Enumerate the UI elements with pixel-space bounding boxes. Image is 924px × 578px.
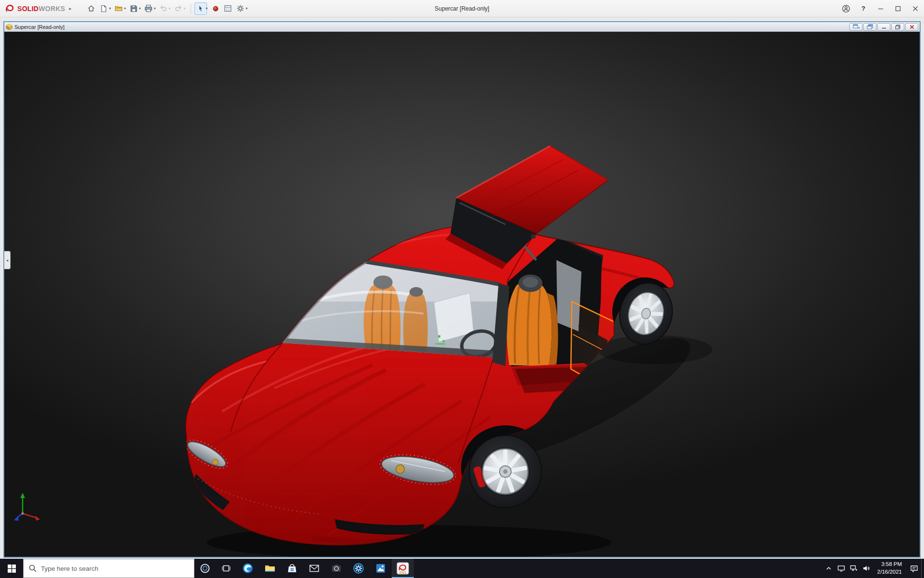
- document-title: Supercar [Read-only]: [14, 24, 64, 30]
- record-macro-button[interactable]: [209, 2, 222, 15]
- options-dropdown[interactable]: ▾: [246, 6, 248, 11]
- search-input[interactable]: [41, 565, 194, 572]
- account-icon: [842, 4, 850, 13]
- cortana-button[interactable]: [194, 559, 216, 578]
- drawing-sheet-button[interactable]: [222, 2, 234, 15]
- redo-icon: [174, 4, 182, 13]
- volume-icon: [862, 565, 870, 572]
- document-minimize-button[interactable]: [877, 23, 890, 31]
- start-button[interactable]: [0, 559, 23, 578]
- save-icon: [130, 5, 138, 13]
- open-dropdown[interactable]: ▾: [124, 6, 126, 11]
- taskbar-app-store[interactable]: [281, 559, 303, 578]
- close-button[interactable]: [907, 0, 924, 17]
- document-restore-button[interactable]: [891, 23, 904, 31]
- minimize-icon: [878, 6, 884, 12]
- document-titlebar[interactable]: Supercar [Read-only]: [4, 22, 920, 32]
- taskbar-app-solidworks[interactable]: 2021: [392, 559, 414, 578]
- select-tool-button[interactable]: [194, 2, 207, 15]
- sheet-icon: [224, 4, 232, 13]
- screen: SOLIDWORKS ▸ ▾ ▾ ▾ ▾ ▾ ▾: [0, 0, 924, 578]
- document-window-buttons: [848, 23, 918, 31]
- taskbar-app-file-explorer[interactable]: [259, 559, 281, 578]
- open-folder-icon: [115, 4, 123, 13]
- document-window: Supercar [Read-only]: [3, 21, 921, 558]
- solidworks-app-icon: 2021: [397, 562, 409, 575]
- taskbar-app-photos[interactable]: [370, 559, 392, 578]
- minimize-button[interactable]: [872, 0, 889, 17]
- undo-button[interactable]: [157, 2, 170, 15]
- graphics-viewport[interactable]: *Dimetric ◂: [4, 32, 920, 557]
- save-button[interactable]: [128, 2, 140, 15]
- print-dropdown[interactable]: ▾: [154, 6, 156, 11]
- brand-works: WORKS: [38, 5, 65, 13]
- task-view-button[interactable]: [216, 559, 237, 578]
- tray-monitor-button[interactable]: [835, 559, 847, 578]
- document-close-button[interactable]: [905, 23, 918, 31]
- record-sphere-icon: [212, 5, 219, 12]
- redo-dropdown[interactable]: ▾: [184, 6, 186, 11]
- tray-network-button[interactable]: [847, 559, 860, 578]
- task-view-icon: [221, 564, 231, 573]
- help-button[interactable]: ?: [855, 0, 872, 17]
- minimize-icon: [882, 25, 886, 29]
- monitor-icon: [837, 565, 845, 572]
- toolbar-separator: [191, 3, 191, 14]
- taskbar: 2021 3:58 PM 2/16/2021: [0, 559, 924, 578]
- edge-icon: [242, 563, 254, 574]
- action-center-button[interactable]: [907, 559, 921, 578]
- taskbar-app-settings[interactable]: [347, 559, 370, 578]
- gear-icon: [236, 4, 244, 13]
- maximize-button[interactable]: [889, 0, 907, 17]
- tile-window-icon: [853, 24, 860, 29]
- options-button[interactable]: [234, 2, 247, 15]
- tray-volume-button[interactable]: [860, 559, 873, 578]
- print-button[interactable]: [142, 2, 155, 15]
- new-document-button[interactable]: [97, 2, 110, 15]
- orientation-triad[interactable]: [12, 488, 46, 522]
- taskbar-search[interactable]: [23, 559, 194, 578]
- assembly-document-icon: [6, 24, 13, 30]
- clock-date: 2/16/2021: [877, 568, 902, 576]
- search-icon: [29, 565, 37, 572]
- cortana-icon: [200, 563, 210, 574]
- taskbar-app-mail[interactable]: [303, 559, 325, 578]
- new-document-dropdown[interactable]: ▾: [109, 6, 111, 11]
- new-document-icon: [100, 5, 107, 13]
- app-window-controls: ?: [837, 0, 924, 17]
- supercar-3d-model[interactable]: [4, 32, 920, 557]
- close-icon: [912, 6, 918, 12]
- cascade-window-icon: [867, 24, 873, 29]
- brand-solid: SOLID: [17, 5, 38, 13]
- close-icon: [910, 25, 914, 29]
- ds-logo-icon: [5, 3, 15, 14]
- network-icon: [850, 565, 858, 572]
- taskbar-clock[interactable]: 3:58 PM 2/16/2021: [873, 559, 907, 578]
- open-button[interactable]: [113, 2, 125, 15]
- brand-expand-icon[interactable]: ▸: [69, 6, 71, 11]
- settings-app-icon: [353, 563, 364, 574]
- print-icon: [144, 4, 153, 13]
- show-desktop-button[interactable]: [921, 559, 924, 578]
- home-button[interactable]: [85, 2, 97, 15]
- windows-logo-icon: [8, 565, 16, 573]
- redo-button[interactable]: [172, 2, 185, 15]
- select-dropdown[interactable]: ▾: [206, 6, 208, 11]
- taskbar-app-camera[interactable]: [325, 559, 347, 578]
- camera-icon: [331, 563, 342, 574]
- action-center-icon: [910, 565, 918, 573]
- undo-dropdown[interactable]: ▾: [169, 6, 171, 11]
- hidden-icons-chevron[interactable]: [822, 559, 835, 578]
- clock-time: 3:58 PM: [881, 561, 902, 568]
- solidworks-version-badge: 2021: [399, 571, 407, 574]
- mail-icon: [308, 563, 320, 574]
- tile-window-button-1[interactable]: [849, 23, 862, 31]
- chevron-up-icon: [826, 565, 832, 571]
- solidworks-logo: SOLIDWORKS ▸: [0, 3, 74, 14]
- taskbar-app-edge[interactable]: [237, 559, 259, 578]
- account-button[interactable]: [837, 0, 855, 17]
- feature-tree-collapse-tab[interactable]: ◂: [4, 251, 11, 269]
- maximize-icon: [895, 6, 901, 12]
- tile-window-button-2[interactable]: [863, 23, 876, 31]
- save-dropdown[interactable]: ▾: [139, 6, 141, 11]
